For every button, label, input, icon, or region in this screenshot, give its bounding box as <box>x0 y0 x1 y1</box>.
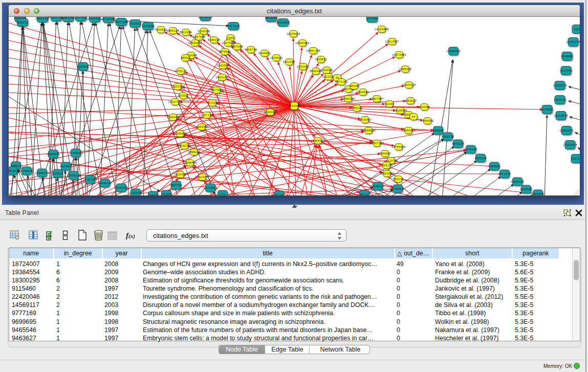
svg-text:5322037: 5322037 <box>283 60 295 63</box>
svg-text:771: 771 <box>220 193 225 195</box>
svg-text:10654112: 10654112 <box>511 180 525 183</box>
svg-text:15720407: 15720407 <box>358 118 372 121</box>
svg-text:10025438: 10025438 <box>393 109 407 112</box>
svg-text:1530027: 1530027 <box>264 111 276 114</box>
svg-text:16961758: 16961758 <box>306 49 320 52</box>
svg-text:10719185: 10719185 <box>101 17 115 20</box>
svg-text:9242848: 9242848 <box>217 64 229 67</box>
svg-text:417006: 417006 <box>207 101 218 104</box>
svg-text:4463627: 4463627 <box>404 99 417 102</box>
svg-text:12975125: 12975125 <box>402 83 416 86</box>
svg-text:13524851: 13524851 <box>380 172 394 175</box>
svg-text:12505135: 12505135 <box>67 174 80 177</box>
svg-text:2047682: 2047682 <box>366 17 378 20</box>
svg-text:7515526: 7515526 <box>129 22 141 25</box>
svg-text:8813054: 8813054 <box>265 17 278 19</box>
svg-text:746266: 746266 <box>349 84 360 87</box>
svg-text:19756928: 19756928 <box>391 145 405 148</box>
svg-text:9115460: 9115460 <box>418 105 430 108</box>
svg-text:1053809: 1053809 <box>532 192 544 195</box>
svg-text:1156829: 1156829 <box>20 169 33 172</box>
svg-text:98901: 98901 <box>181 56 189 59</box>
svg-text:8454749: 8454749 <box>245 48 257 51</box>
svg-text:16543362: 16543362 <box>188 41 202 45</box>
svg-text:14136141: 14136141 <box>371 185 384 188</box>
svg-text:9777169: 9777169 <box>335 80 347 83</box>
svg-text:116753: 116753 <box>571 157 580 160</box>
svg-text:1244415: 1244415 <box>554 98 566 101</box>
svg-text:3824554: 3824554 <box>357 91 369 94</box>
svg-text:16640910: 16640910 <box>295 41 309 45</box>
svg-text:13654923: 13654923 <box>401 129 415 132</box>
svg-text:20691406: 20691406 <box>35 17 49 20</box>
svg-text:3875685: 3875685 <box>219 50 231 53</box>
svg-text:7955812: 7955812 <box>315 58 327 61</box>
svg-text:6879197: 6879197 <box>452 142 464 145</box>
svg-text:2020656: 2020656 <box>47 152 59 156</box>
svg-text:771342: 771342 <box>161 193 172 195</box>
svg-text:2935114: 2935114 <box>474 157 487 160</box>
svg-text:16053809: 16053809 <box>198 17 212 18</box>
svg-text:12213967: 12213967 <box>385 40 399 43</box>
svg-text:12213389: 12213389 <box>170 85 184 88</box>
svg-text:64: 64 <box>412 115 416 118</box>
svg-text:16671385: 16671385 <box>114 20 128 24</box>
svg-text:9329966: 9329966 <box>561 55 573 58</box>
svg-text:2867608: 2867608 <box>231 45 243 48</box>
svg-text:8186328: 8186328 <box>208 38 220 41</box>
svg-text:2226058: 2226058 <box>198 30 210 33</box>
svg-text:7357224: 7357224 <box>227 25 240 28</box>
svg-text:16914479: 16914479 <box>195 176 209 179</box>
svg-text:16154808: 16154808 <box>375 28 388 31</box>
svg-text:0899695: 0899695 <box>421 119 433 122</box>
svg-text:7386322: 7386322 <box>351 106 363 110</box>
svg-text:11353594: 11353594 <box>195 125 209 128</box>
svg-text:10973493: 10973493 <box>392 53 406 56</box>
svg-text:1815132: 1815132 <box>380 164 393 167</box>
svg-text:10688609: 10688609 <box>361 129 375 132</box>
svg-text:10653267: 10653267 <box>61 17 75 19</box>
svg-text:557831: 557831 <box>178 94 189 97</box>
svg-text:16782759: 16782759 <box>114 186 128 189</box>
svg-text:19218506: 19218506 <box>276 21 290 24</box>
svg-text:7625402: 7625402 <box>174 173 186 176</box>
svg-text:2803144: 2803144 <box>216 76 229 79</box>
svg-text:2718176: 2718176 <box>175 70 187 73</box>
svg-text:7563822: 7563822 <box>155 28 167 31</box>
svg-text:934676: 934676 <box>148 194 159 195</box>
svg-text:16848764: 16848764 <box>446 50 461 53</box>
svg-text:164095: 164095 <box>433 129 444 132</box>
svg-text:9327505: 9327505 <box>193 35 205 38</box>
svg-text:114519: 114519 <box>53 172 63 175</box>
svg-text:1112: 1112 <box>574 28 580 31</box>
svg-text:8912954: 8912954 <box>180 31 192 34</box>
svg-text:8471676: 8471676 <box>498 172 511 176</box>
svg-text:1362615: 1362615 <box>297 65 309 68</box>
svg-text:17957253: 17957253 <box>83 178 97 181</box>
svg-text:9384067: 9384067 <box>379 152 391 155</box>
svg-text:9245652: 9245652 <box>520 188 532 191</box>
svg-text:20364436: 20364436 <box>341 97 355 100</box>
svg-text:17359924: 17359924 <box>69 151 83 155</box>
svg-text:10958117: 10958117 <box>98 182 112 185</box>
svg-text:9227342: 9227342 <box>560 69 572 72</box>
svg-text:8660124: 8660124 <box>167 29 180 32</box>
svg-text:252214: 252214 <box>393 178 404 181</box>
svg-text:16120746: 16120746 <box>384 159 398 162</box>
svg-text:11325419: 11325419 <box>287 32 300 35</box>
svg-text:10046766: 10046766 <box>177 144 191 147</box>
svg-text:15692971: 15692971 <box>559 129 573 132</box>
svg-text:9857791: 9857791 <box>170 184 182 187</box>
svg-text:13716485: 13716485 <box>203 186 217 189</box>
svg-text:12093873: 12093873 <box>553 84 567 87</box>
svg-text:39154: 39154 <box>9 169 17 172</box>
svg-text:1527602: 1527602 <box>75 17 87 19</box>
svg-text:1965495: 1965495 <box>167 116 179 119</box>
svg-text:84162: 84162 <box>360 193 368 195</box>
svg-text:9327505: 9327505 <box>222 41 234 45</box>
svg-text:16210643: 16210643 <box>554 114 568 117</box>
svg-text:1733426: 1733426 <box>391 187 404 190</box>
svg-text:1724007: 1724007 <box>288 104 300 107</box>
svg-text:3267130: 3267130 <box>201 114 213 117</box>
svg-text:3498222: 3498222 <box>188 150 200 154</box>
